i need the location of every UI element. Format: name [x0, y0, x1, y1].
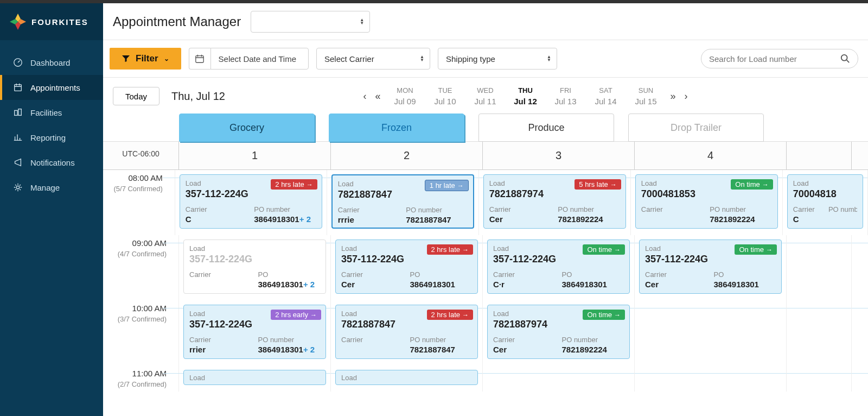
date-time-select[interactable]: Select Date and Time	[189, 48, 309, 70]
category-tabs: GroceryFrozenProduceDrop Trailer	[103, 106, 868, 142]
next-week-double-icon[interactable]: »	[667, 87, 679, 105]
current-date-label: Thu, Jul 12	[171, 90, 225, 103]
header-context-select[interactable]: ▲▼	[251, 11, 370, 33]
sidebar-item-label: Notifications	[30, 158, 75, 167]
load-number: 7821887974	[493, 319, 624, 330]
status-badge: On time→	[583, 244, 625, 255]
status-badge: 2 hrs early→	[271, 310, 321, 320]
tab-drop-trailer[interactable]: Drop Trailer	[628, 114, 764, 142]
slot-cell: On time→Load7821887974CarrierCerPO numbe…	[483, 300, 635, 365]
sidebar-item-label: Dashboard	[30, 58, 70, 67]
status-badge: On time→	[583, 310, 625, 320]
grid-header: UTC-06:00 1234	[103, 142, 868, 170]
slot-cell: Load	[331, 365, 483, 392]
arrow-right-icon: →	[762, 181, 769, 188]
slot-cell	[787, 365, 852, 392]
sidebar-item-manage[interactable]: Manage	[0, 175, 103, 200]
day-jul-10[interactable]: TUEJul 10	[426, 86, 464, 106]
time-cell: 09:00 AM(4/7 Confirmed)	[103, 235, 179, 300]
appointment-card[interactable]: On time→Load7000481853CarrierPO number78…	[635, 174, 778, 229]
appointment-card[interactable]: On time→Load357-112-224GCarrierCerPO3864…	[639, 239, 782, 294]
load-number: 357-112-224G	[645, 254, 776, 265]
brand-text: FOURKITES	[31, 17, 88, 27]
carrier-select[interactable]: Select Carrier ▲▼	[316, 48, 430, 70]
appointment-card[interactable]: Load70004818CarrierCPO number	[787, 174, 863, 229]
sidebar-nav: DashboardAppointmentsFacilitiesReporting…	[0, 40, 103, 200]
toolbar: Filter ⌄ Select Date and Time Select Car…	[103, 40, 868, 78]
appointment-card[interactable]: 2 hrs late→Load357-112-224GCarrierCerPO3…	[335, 239, 478, 294]
sidebar-item-label: Manage	[30, 183, 60, 192]
sidebar-item-reporting[interactable]: Reporting	[0, 125, 103, 150]
chevron-updown-icon: ▲▼	[360, 18, 364, 25]
next-week-single-icon[interactable]: ›	[681, 87, 691, 105]
tab-frozen[interactable]: Frozen	[329, 114, 464, 142]
load-number: 70004818	[793, 188, 857, 200]
slot-cell	[787, 300, 852, 365]
sidebar-item-dashboard[interactable]: Dashboard	[0, 50, 103, 75]
chevron-updown-icon: ▲▼	[420, 55, 424, 62]
status-badge: 1 hr late→	[425, 180, 469, 191]
today-button[interactable]: Today	[113, 87, 159, 105]
search-input[interactable]	[709, 54, 836, 64]
day-jul-09[interactable]: MONJul 09	[386, 86, 424, 106]
date-nav: ‹ « MONJul 09TUEJul 10WEDJul 11THUJul 12…	[360, 86, 691, 106]
tab-produce[interactable]: Produce	[478, 114, 614, 142]
appointment-card[interactable]: Load	[183, 370, 326, 385]
load-number: 357-112-224G	[186, 188, 316, 200]
appointment-card[interactable]: 5 hrs late→Load7821887974CarrierCerPO nu…	[483, 174, 626, 229]
time-cell: 08:00 AM(5/7 Confirmed)	[103, 170, 175, 235]
prev-week-double-icon[interactable]: «	[372, 87, 384, 105]
grid-body[interactable]: 08:00 AM(5/7 Confirmed)2 hrs late→Load35…	[103, 170, 868, 416]
sidebar-item-label: Appointments	[30, 83, 80, 92]
appointment-card[interactable]: On time→Load7821887974CarrierCerPO numbe…	[487, 305, 630, 359]
arrow-right-icon: →	[462, 311, 469, 319]
time-row-0900AM: 09:00 AM(4/7 Confirmed)Load357-112-224GC…	[103, 235, 868, 300]
load-number: 357-112-224G	[493, 254, 624, 265]
appointment-card[interactable]: 1 hr late→Load7821887847CarrierrrriePO n…	[331, 174, 474, 229]
po-value: 3864918301+ 2	[258, 280, 321, 289]
carrier-value: rrrie	[338, 215, 400, 224]
svg-rect-7	[18, 109, 21, 116]
load-number: 357-112-224G	[189, 319, 320, 330]
arrow-right-icon: →	[457, 182, 464, 190]
chevron-updown-icon: ▲▼	[547, 55, 551, 62]
slot-cell: On time→Load7000481853CarrierPO number78…	[631, 170, 783, 235]
day-jul-14[interactable]: SATJul 14	[586, 86, 624, 106]
column-head-3: 3	[483, 142, 635, 169]
slot-cell: 1 hr late→Load7821887847CarrierrrriePO n…	[327, 170, 479, 235]
appointment-card[interactable]: Load	[335, 370, 478, 385]
search-box[interactable]	[701, 49, 858, 68]
carrier-value: C	[186, 215, 248, 224]
day-jul-13[interactable]: FRIJul 13	[546, 86, 584, 106]
filter-button[interactable]: Filter ⌄	[110, 48, 181, 70]
arrow-right-icon: →	[766, 246, 773, 254]
logo: FOURKITES	[0, 3, 103, 40]
shipping-type-select[interactable]: Shipping type ▲▼	[438, 48, 557, 70]
po-value: 3864918301+ 2	[254, 215, 316, 224]
appointment-card[interactable]: 2 hrs late→Load357-112-224GCarrierCPO nu…	[180, 174, 322, 229]
po-value: 3864918301	[562, 280, 624, 289]
carrier-value: C·r	[493, 280, 556, 289]
day-jul-15[interactable]: SUNJul 15	[627, 86, 665, 106]
manage-icon	[13, 182, 23, 192]
day-jul-12[interactable]: THUJul 12	[506, 86, 544, 106]
carrier-value: Cer	[493, 345, 556, 354]
appointment-card[interactable]: Load357-112-224GCarrierPO3864918301+ 2	[183, 239, 326, 294]
arrow-right-icon: →	[614, 311, 621, 319]
slot-cell: Load357-112-224GCarrierPO3864918301+ 2	[179, 235, 331, 300]
slot-cell: Load70004818CarrierCPO number	[783, 170, 868, 235]
slot-cell: 5 hrs late→Load7821887974CarrierCerPO nu…	[479, 170, 631, 235]
sidebar-item-notifications[interactable]: Notifications	[0, 150, 103, 175]
svg-point-8	[16, 186, 19, 188]
appointment-card[interactable]: On time→Load357-112-224GCarrierC·rPO3864…	[487, 239, 630, 294]
tab-grocery[interactable]: Grocery	[179, 114, 315, 142]
day-jul-11[interactable]: WEDJul 11	[466, 86, 504, 106]
prev-week-single-icon[interactable]: ‹	[360, 87, 369, 105]
arrow-right-icon: →	[307, 181, 313, 188]
appointment-card[interactable]: 2 hrs early→Load357-112-224GCarrierrrier…	[183, 305, 326, 359]
slot-cell	[635, 300, 787, 365]
appointment-card[interactable]: 2 hrs late→Load7821887847CarrierPO numbe…	[335, 305, 478, 359]
carrier-value: C	[793, 215, 822, 224]
sidebar-item-facilities[interactable]: Facilities	[0, 100, 103, 125]
sidebar-item-appointments[interactable]: Appointments	[0, 75, 103, 100]
